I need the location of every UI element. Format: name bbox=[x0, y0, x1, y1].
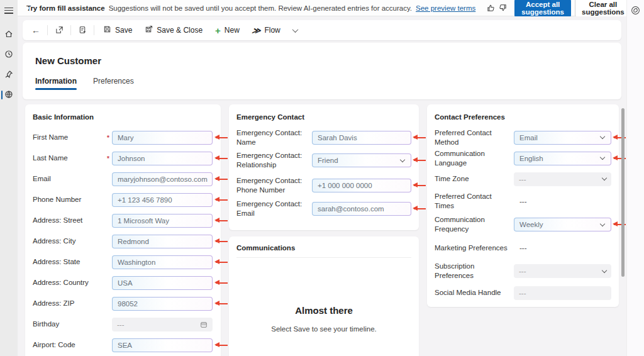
field-label: Email bbox=[33, 174, 104, 184]
emergency-phone-input[interactable]: +1 000 000 0000 bbox=[312, 179, 411, 192]
field-label: Last Name bbox=[33, 153, 104, 163]
readonly-value: --- bbox=[514, 244, 527, 252]
section-title: Contact Preferences bbox=[435, 113, 611, 121]
address-state-input[interactable]: Washington bbox=[112, 255, 213, 269]
page-title: New Customer bbox=[35, 55, 609, 66]
field-label: Birthday bbox=[33, 320, 104, 329]
input-value: Sarah Davis bbox=[313, 131, 411, 144]
field-row-address-city: Address: City Redmond bbox=[33, 231, 213, 252]
flow-button[interactable]: ≫ Flow bbox=[247, 24, 286, 37]
field-row-marketing-preferences: Marketing Preferences --- bbox=[435, 236, 611, 260]
back-button[interactable]: ← bbox=[28, 23, 44, 38]
sidebar-item-home[interactable] bbox=[0, 28, 18, 42]
new-button[interactable]: + New bbox=[209, 24, 245, 37]
field-row-emergency-phone: Emergency Contact: Phone Number +1 000 0… bbox=[236, 173, 411, 198]
chevron-down-icon bbox=[292, 26, 299, 33]
field-row-communication-frequency: Communication Frequency Weekly bbox=[435, 213, 611, 236]
field-row-social-media-handle: Social Media Handle --- bbox=[435, 282, 611, 303]
popout-icon bbox=[55, 26, 64, 35]
field-row-email: Email maryjohnson@contoso.com bbox=[33, 169, 213, 189]
ai-suggestion-arrow bbox=[216, 303, 228, 304]
tab-information[interactable]: Information bbox=[35, 77, 77, 90]
emergency-contact-section: Emergency Contact Emergency Contact: Nam… bbox=[229, 104, 419, 230]
field-row-address-state: Address: State Washington bbox=[33, 252, 213, 272]
clock-icon bbox=[4, 50, 13, 60]
address-city-input[interactable]: Redmond bbox=[112, 235, 213, 248]
save-button[interactable]: Save bbox=[97, 23, 138, 37]
chevron-down-icon bbox=[600, 155, 605, 160]
communication-frequency-dropdown[interactable]: Weekly bbox=[514, 218, 611, 231]
input-value: maryjohnson@contoso.com bbox=[113, 173, 212, 186]
field-label: Subscription Preferences bbox=[435, 262, 514, 281]
first-name-input[interactable]: Mary bbox=[112, 131, 213, 145]
input-value: 98052 bbox=[113, 298, 212, 310]
input-value: Weekly bbox=[519, 221, 543, 228]
divider bbox=[70, 25, 71, 35]
subscription-preferences-dropdown[interactable]: --- bbox=[514, 264, 611, 278]
input-value: Johnson bbox=[113, 152, 212, 165]
input-value: --- bbox=[519, 289, 526, 297]
chevron-down-icon bbox=[400, 157, 405, 162]
emergency-name-input[interactable]: Sarah Davis bbox=[312, 131, 411, 145]
communication-language-dropdown[interactable]: English bbox=[514, 152, 611, 165]
address-zip-input[interactable]: 98052 bbox=[112, 297, 213, 311]
input-value: Washington bbox=[113, 256, 212, 269]
required-asterisk: * bbox=[104, 155, 112, 162]
airport-code-input[interactable]: SEA bbox=[112, 338, 213, 352]
field-row-birthday: Birthday --- bbox=[33, 314, 213, 335]
input-value: sarah@contoso.com bbox=[313, 203, 411, 215]
social-media-handle-input[interactable]: --- bbox=[514, 286, 611, 300]
clear-all-suggestions-button[interactable]: Clear all suggestions bbox=[575, 0, 631, 18]
flow-label: Flow bbox=[264, 26, 280, 35]
command-bar-overflow-button[interactable] bbox=[287, 23, 304, 38]
copilot-panel-toggle[interactable] bbox=[631, 6, 641, 16]
field-label: Emergency Contact: Relationship bbox=[236, 151, 312, 170]
address-country-input[interactable]: USA bbox=[112, 276, 213, 290]
copilot-outline-icon bbox=[631, 6, 640, 15]
banner-title: Try form fill assistance bbox=[26, 4, 105, 12]
time-zone-dropdown[interactable]: --- bbox=[514, 172, 611, 186]
sidebar-item-pinned[interactable] bbox=[0, 68, 18, 82]
ai-suggestion-arrow bbox=[216, 282, 228, 284]
input-value: Friend bbox=[318, 157, 338, 164]
accept-all-suggestions-button[interactable]: Accept all suggestions bbox=[514, 0, 571, 18]
preview-terms-link[interactable]: See preview terms bbox=[416, 4, 475, 12]
thumbs-up-icon[interactable] bbox=[487, 3, 495, 14]
popout-button[interactable] bbox=[51, 23, 67, 38]
birthday-input[interactable]: --- bbox=[112, 318, 213, 331]
field-label: Communication Language bbox=[435, 149, 514, 168]
field-label: Preferred Contact Times bbox=[435, 192, 514, 211]
sidebar-item-web-resource[interactable] bbox=[0, 88, 18, 102]
field-row-emergency-name: Emergency Contact: Name Sarah Davis bbox=[236, 127, 411, 148]
emergency-email-input[interactable]: sarah@contoso.com bbox=[312, 202, 411, 216]
form-fill-assist-button[interactable] bbox=[74, 23, 91, 38]
field-label: Address: Street bbox=[33, 216, 104, 225]
globe-icon bbox=[4, 90, 13, 100]
tab-preferences[interactable]: Preferences bbox=[93, 77, 134, 90]
input-value: +1 123 456 7890 bbox=[113, 194, 212, 206]
form-body: Basic Information First Name * Mary Last… bbox=[18, 99, 626, 356]
left-nav-rail bbox=[0, 0, 18, 356]
save-and-close-button[interactable]: Save & Close bbox=[139, 23, 208, 37]
dropdown-value: Friend bbox=[313, 154, 411, 167]
chevron-down-icon bbox=[600, 134, 605, 139]
input-value: SEA bbox=[113, 339, 212, 352]
emergency-relationship-dropdown[interactable]: Friend bbox=[312, 153, 411, 167]
input-value: Mary bbox=[113, 131, 212, 144]
banner-message: Suggestions will not be saved until you … bbox=[109, 4, 412, 12]
sidebar-item-recent[interactable] bbox=[0, 48, 18, 62]
preferred-contact-method-dropdown[interactable]: Email bbox=[514, 131, 611, 145]
address-street-input[interactable]: 1 Microsoft Way bbox=[112, 214, 213, 228]
vertical-scrollbar[interactable] bbox=[621, 108, 625, 277]
field-label: Communication Frequency bbox=[435, 215, 514, 234]
phone-number-input[interactable]: +1 123 456 7890 bbox=[112, 193, 213, 207]
empty-state-message: Select Save to see your timeline. bbox=[236, 325, 411, 333]
thumbs-down-icon[interactable] bbox=[499, 3, 507, 14]
form-fill-assistance-banner: Try form fill assistance Suggestions wil… bbox=[18, 0, 626, 16]
last-name-input[interactable]: Johnson bbox=[112, 152, 213, 165]
workspace: ← Save Save & Close + New bbox=[18, 16, 626, 356]
email-input[interactable]: maryjohnson@contoso.com bbox=[112, 172, 213, 186]
hamburger-menu-icon[interactable] bbox=[4, 6, 13, 15]
dropdown-value: English bbox=[514, 152, 611, 165]
input-value: --- bbox=[117, 321, 125, 328]
